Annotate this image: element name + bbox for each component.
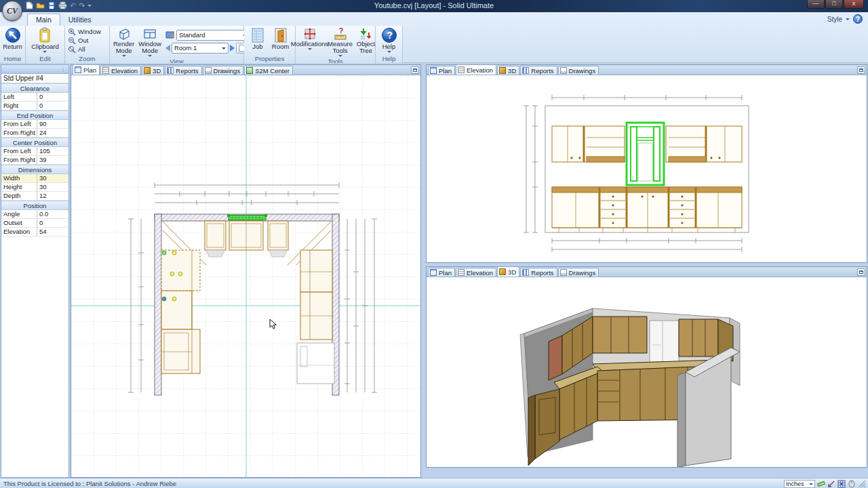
reports-icon (522, 67, 529, 74)
prop-row-height: Height 30 (1, 183, 68, 192)
help-button[interactable]: ? Help (379, 26, 399, 54)
tab-3d[interactable]: 3D (497, 266, 519, 277)
mouse-settings-icon[interactable] (847, 480, 856, 488)
tab-reports[interactable]: Reports (520, 66, 557, 75)
modifications-button[interactable]: Modifications (294, 26, 326, 57)
title-bar: ↶ ↷ Youtube.cvj [Layout] - Solid Ultimat… (0, 0, 868, 12)
tab-reports[interactable]: Reports (165, 66, 201, 75)
tab-3d[interactable]: 3D (497, 66, 519, 75)
snap-grid-icon[interactable] (837, 480, 846, 488)
tab-plan[interactable]: Plan (428, 66, 455, 75)
tab-3d[interactable]: 3D (142, 66, 164, 75)
ribbon: Main Utilities Style ? (0, 12, 868, 63)
view-style-select[interactable]: Standard (176, 30, 250, 41)
prop-value-height[interactable]: 30 (37, 183, 68, 191)
help-icon: ? (381, 27, 397, 43)
tab-elevation[interactable]: Elevation (100, 66, 141, 75)
prop-value-right[interactable]: 0 (37, 102, 68, 110)
vertical-splitter[interactable] (421, 63, 426, 478)
units-select[interactable]: Inches (784, 480, 815, 488)
3d-canvas[interactable] (427, 277, 867, 467)
window-mode-button[interactable]: Window Mode (136, 26, 163, 57)
prop-value-elevation[interactable]: 54 (37, 228, 68, 236)
tab-drawings[interactable]: Drawings (558, 268, 599, 277)
app-logo[interactable]: CV (2, 1, 22, 21)
prop-value-outset[interactable]: 0 (37, 219, 68, 227)
group-label-home: Home (0, 54, 25, 63)
next-room-button[interactable] (230, 45, 235, 52)
section-header-position: Position (1, 201, 68, 210)
panel-grip[interactable]: ⋮ (1, 65, 68, 74)
tab-drawings[interactable]: Drawings (558, 66, 599, 75)
units-dropdown-icon (809, 483, 813, 485)
dimension-icon[interactable] (827, 480, 835, 488)
ribbon-group-tools: Modifications ? Measure Tools (296, 26, 376, 63)
plan-canvas[interactable] (71, 75, 420, 477)
plan-icon (430, 67, 437, 74)
prop-row-center-from-left: From Left 105 (1, 147, 68, 156)
room-select[interactable]: Room 1 (172, 43, 229, 54)
prop-value-end-from-left[interactable]: 90 (37, 120, 68, 128)
tab-drawings[interactable]: Drawings (203, 66, 244, 75)
maximize-view-icon[interactable] (857, 268, 865, 276)
plan-right-cabinets (297, 250, 334, 384)
prop-value-end-from-right[interactable]: 24 (37, 129, 68, 137)
room-dropdown-icon (222, 47, 226, 49)
zoom-all-button[interactable]: All (66, 45, 102, 54)
maximize-view-icon[interactable] (857, 66, 865, 74)
elevation-icon (458, 66, 465, 73)
prop-value-width[interactable]: 30 (37, 174, 68, 182)
job-icon (250, 27, 265, 43)
minimize-button[interactable]: — (807, 0, 825, 9)
style-dropdown-icon[interactable] (846, 18, 850, 20)
prop-value-angle[interactable]: 0.0 (37, 210, 68, 218)
tab-reports[interactable]: Reports (520, 268, 557, 277)
prop-value-center-from-right[interactable]: 39 (37, 156, 68, 164)
ribbon-tab-main[interactable]: Main (27, 14, 60, 26)
ribbon-group-edit: Clipboard Edit (26, 26, 65, 63)
ruler-icon[interactable] (816, 480, 825, 488)
measure-tools-button[interactable]: ? Measure Tools (327, 26, 354, 57)
status-bar: This Product is Licensed to : Planit Sol… (0, 478, 868, 488)
maximize-button[interactable]: □ (825, 0, 843, 9)
tab-s2m-center[interactable]: S2M Center (244, 66, 293, 75)
tab-plan[interactable]: Plan (73, 64, 100, 75)
elevation-icon (102, 67, 109, 74)
elevation-view-tabs: Plan Elevation 3D Reports Drawings (427, 65, 867, 75)
elevation-canvas[interactable] (427, 75, 867, 262)
modifications-icon (303, 27, 317, 41)
prop-value-left[interactable]: 0 (37, 93, 68, 101)
ribbon-tabs: Main Utilities (27, 12, 100, 26)
prop-row-outset: Outset 0 (1, 219, 68, 228)
tab-elevation[interactable]: Elevation (456, 268, 496, 277)
ribbon-group-home: Return Home (0, 26, 26, 63)
resize-grip[interactable] (857, 479, 867, 488)
render-mode-icon (117, 27, 131, 41)
zoom-out-icon (68, 37, 76, 45)
selected-cabinet-elevation[interactable] (627, 123, 664, 185)
tab-elevation[interactable]: Elevation (456, 64, 496, 75)
clipboard-dropdown-icon (43, 51, 47, 53)
style-button[interactable]: Style (827, 16, 842, 23)
room-button[interactable]: Room (270, 26, 291, 54)
prev-room-button[interactable] (165, 45, 170, 52)
return-button[interactable]: Return (1, 26, 24, 54)
close-button[interactable]: x (844, 0, 864, 9)
maximize-view-icon[interactable] (411, 66, 419, 74)
zoom-out-button[interactable]: Out (66, 37, 102, 45)
ribbon-body: Return Home Clipboard (0, 26, 403, 63)
reports-icon (167, 67, 174, 74)
ribbon-tab-utilities[interactable]: Utilities (60, 14, 100, 26)
job-button[interactable]: Job (248, 26, 267, 54)
prop-value-depth[interactable]: 12 (37, 192, 68, 200)
object-tree-button[interactable]: Object Tree (355, 26, 377, 57)
help-round-icon[interactable]: ? (853, 14, 863, 24)
zoom-window-button[interactable]: Window (66, 28, 102, 36)
selected-cabinet-plan[interactable] (227, 214, 267, 220)
prop-row-depth: Depth 12 (1, 192, 68, 201)
return-icon (5, 27, 21, 43)
prop-value-center-from-left[interactable]: 105 (37, 147, 68, 155)
render-mode-button[interactable]: Render Mode (111, 26, 136, 57)
tab-plan[interactable]: Plan (428, 268, 455, 277)
clipboard-button[interactable]: Clipboard (29, 26, 61, 54)
